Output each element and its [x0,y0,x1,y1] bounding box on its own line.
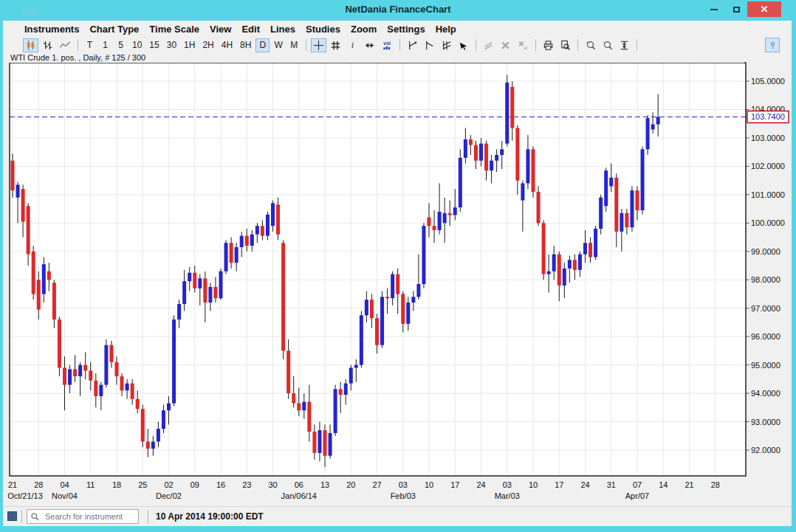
volume-icon[interactable]: vol [379,38,395,52]
svg-text:10: 10 [425,480,433,489]
maximize-button[interactable] [725,1,747,17]
zoom-in-icon[interactable] [583,38,598,52]
candlestick-chart-icon[interactable] [23,38,38,52]
minimize-button[interactable] [703,1,725,17]
svg-text:i: i [351,40,354,50]
svg-text:99.0000: 99.0000 [751,247,780,256]
svg-text:103.7400: 103.7400 [751,112,785,121]
svg-text:25: 25 [138,480,147,489]
svg-text:Mar/03: Mar/03 [495,491,520,500]
line-chart-icon[interactable] [57,38,73,52]
svg-text:03: 03 [399,480,408,489]
print-icon[interactable] [541,38,556,52]
app-icon[interactable] [7,511,17,521]
menu-settings[interactable]: Settings [387,24,425,35]
time-scale-30[interactable]: 30 [164,38,179,52]
time-scale-2H[interactable]: 2H [199,38,216,52]
svg-text:Apr/07: Apr/07 [625,491,649,500]
window-grip-icon [22,7,38,15]
svg-text:04: 04 [60,480,69,489]
print-preview-icon[interactable] [557,38,573,52]
time-scale-1[interactable]: 1 [98,38,112,52]
svg-text:09: 09 [191,480,199,489]
svg-text:28: 28 [34,480,43,489]
time-scale-8H[interactable]: 8H [237,38,254,52]
menu-chart-type[interactable]: Chart Type [89,24,139,35]
svg-text:103.0000: 103.0000 [751,134,785,142]
instrument-label: WTI Crude 1. pos. , Daily, # 125 / 300 [10,53,145,62]
trendline-icon[interactable] [405,38,420,52]
menu-zoom[interactable]: Zoom [351,24,377,35]
svg-text:03: 03 [503,480,512,489]
window-edge [0,526,796,532]
delete-all-drawings-icon[interactable]: all [515,38,531,52]
title-bar[interactable]: NetDania FinanceChart ✕ [0,0,796,21]
toolbar: T151015301H2H4H8HDWMivolall [3,37,792,53]
menu-edit[interactable]: Edit [241,24,260,35]
time-scale-10[interactable]: 10 [129,38,145,52]
time-scale-W[interactable]: W [271,38,285,52]
svg-text:17: 17 [555,480,563,489]
maximize-icon [733,7,740,13]
channel-icon[interactable] [439,38,454,52]
time-scale-5[interactable]: 5 [114,38,128,52]
svg-text:93.0000: 93.0000 [751,418,780,426]
svg-text:18: 18 [112,480,121,489]
svg-text:vol: vol [383,40,391,45]
svg-text:10: 10 [529,480,538,489]
info-icon[interactable]: i [345,38,360,52]
time-scale-M[interactable]: M [287,38,301,52]
close-button[interactable]: ✕ [747,1,781,17]
pin-icon [768,41,778,50]
horizontal-scroll-icon[interactable] [362,38,377,52]
ohlc-bars-icon[interactable] [40,38,55,52]
toolbar-separator [476,39,476,51]
menu-help[interactable]: Help [436,24,456,35]
window-edge [0,21,3,532]
svg-text:Feb/03: Feb/03 [391,491,416,500]
svg-text:all: all [524,45,528,49]
toolbar-separator [577,39,578,51]
status-bar: 10 Apr 2014 19:00:00 EDT [3,506,792,525]
svg-text:30: 30 [268,480,277,489]
svg-text:02: 02 [164,480,173,489]
semi-trendline-icon[interactable] [422,38,437,52]
delete-drawing-icon[interactable] [498,38,513,52]
toolbar-separator [637,39,637,51]
svg-text:98.0000: 98.0000 [751,275,780,284]
toolbar-separator [78,39,78,51]
time-scale-D[interactable]: D [255,38,270,52]
candlestick-chart[interactable]: 105.0000104.0000103.0000102.0000101.0000… [0,0,796,532]
svg-text:92.0000: 92.0000 [751,446,780,455]
time-scale-1H[interactable]: 1H [181,38,198,52]
svg-text:97.0000: 97.0000 [751,304,780,313]
search-input[interactable] [27,509,139,524]
toolbar-separator [399,39,400,51]
fit-vertical-icon[interactable] [617,38,632,52]
menu-time-scale[interactable]: Time Scale [149,24,199,35]
menu-instruments[interactable]: Instruments [24,24,79,35]
crosshair-icon[interactable] [311,38,326,52]
menu-studies[interactable]: Studies [306,24,340,35]
zoom-out-icon[interactable] [600,38,615,52]
time-scale-T[interactable]: T [83,38,97,52]
pin-button[interactable] [765,38,780,52]
svg-text:100.0000: 100.0000 [751,218,785,227]
parallel-lines-icon[interactable] [481,38,496,52]
grid-icon[interactable] [328,38,343,52]
svg-text:Dec/02: Dec/02 [156,491,182,500]
svg-text:28: 28 [711,480,720,489]
toolbar-separator [306,39,306,51]
time-scale-15[interactable]: 15 [146,38,162,52]
svg-text:07: 07 [633,480,642,489]
svg-text:20: 20 [346,480,355,489]
svg-text:Oct/21/13: Oct/21/13 [7,491,43,500]
svg-text:11: 11 [86,480,95,489]
pointer-arrow-icon[interactable] [456,38,471,52]
separator [21,510,22,523]
time-scale-4H[interactable]: 4H [219,38,236,52]
menu-lines[interactable]: Lines [270,24,295,35]
svg-text:24: 24 [580,480,589,489]
svg-text:102.0000: 102.0000 [751,162,785,170]
menu-view[interactable]: View [210,24,231,35]
